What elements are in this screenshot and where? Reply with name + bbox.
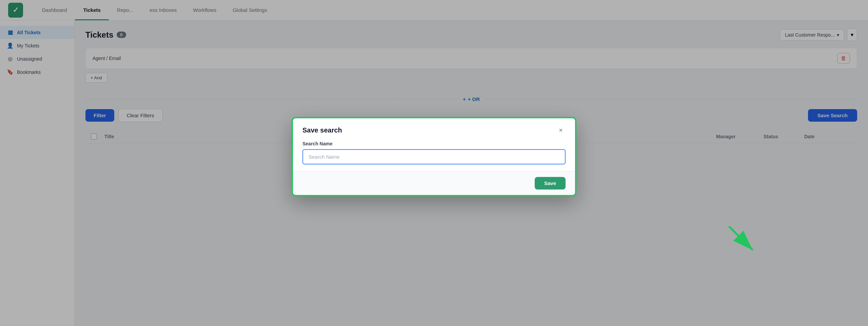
modal-field-label: Search Name <box>302 141 566 146</box>
modal-close-button[interactable]: × <box>556 125 566 136</box>
modal-footer: Save <box>293 171 575 195</box>
modal-body: Search Name <box>293 141 575 171</box>
modal-header: Save search × <box>293 118 575 141</box>
modal-save-button[interactable]: Save <box>535 177 566 189</box>
modal-title: Save search <box>302 126 342 134</box>
save-search-modal: Save search × Search Name Save <box>292 117 576 196</box>
search-name-input[interactable] <box>302 149 566 164</box>
